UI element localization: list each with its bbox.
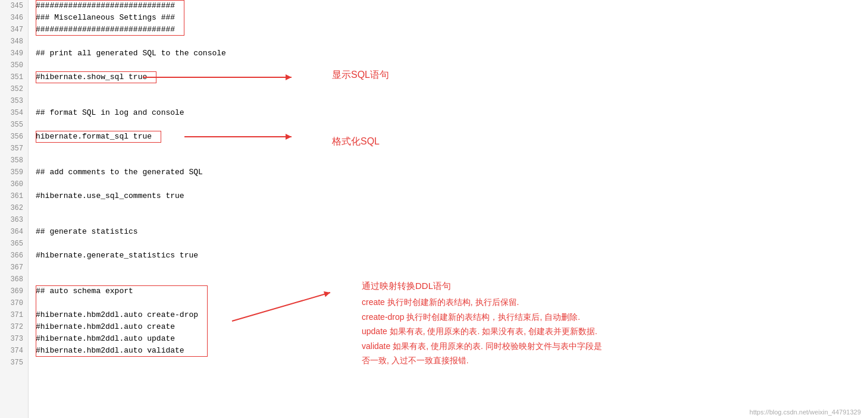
code-line — [36, 214, 868, 226]
line-number: 349 — [5, 48, 23, 59]
code-line: ### Miscellaneous Settings ### — [36, 12, 868, 24]
code-line — [36, 357, 868, 369]
code-line — [36, 119, 868, 131]
code-line — [36, 274, 868, 285]
code-line — [36, 202, 868, 214]
line-number: 374 — [5, 345, 23, 357]
line-number: 362 — [5, 202, 23, 214]
line-number: 352 — [5, 83, 23, 95]
line-number: 359 — [5, 166, 23, 178]
code-line: ############################## — [36, 24, 868, 36]
line-numbers: 3453463473483493503513523533543553563573… — [0, 0, 29, 418]
code-line — [36, 59, 868, 71]
line-number: 353 — [5, 95, 23, 107]
line-number: 366 — [5, 250, 23, 262]
code-line: #hibernate.hbm2ddl.auto create-drop — [36, 309, 868, 321]
code-line — [36, 143, 868, 155]
line-number: 356 — [5, 131, 23, 143]
code-line: ## format SQL in log and console — [36, 107, 868, 119]
line-number: 357 — [5, 143, 23, 155]
line-number: 358 — [5, 155, 23, 166]
code-area: ################################# Miscel… — [29, 0, 868, 418]
code-line: #hibernate.show_sql true — [36, 71, 868, 83]
line-number: 363 — [5, 214, 23, 226]
line-number: 365 — [5, 238, 23, 250]
code-line: ############################## — [36, 0, 868, 12]
code-line: ## print all generated SQL to the consol… — [36, 48, 868, 59]
code-line: #hibernate.hbm2ddl.auto update — [36, 333, 868, 345]
line-number: 368 — [5, 274, 23, 285]
editor-container: 3453463473483493503513523533543553563573… — [0, 0, 868, 418]
line-number: 348 — [5, 36, 23, 48]
line-number: 345 — [5, 0, 23, 12]
line-number: 372 — [5, 321, 23, 333]
code-line — [36, 36, 868, 48]
code-line: #hibernate.hbm2ddl.auto create — [36, 321, 868, 333]
line-number: 354 — [5, 107, 23, 119]
line-number: 361 — [5, 190, 23, 202]
line-number: 351 — [5, 71, 23, 83]
line-number: 355 — [5, 119, 23, 131]
line-number: 369 — [5, 285, 23, 297]
code-line — [36, 238, 868, 250]
code-line — [36, 83, 868, 95]
code-line — [36, 95, 868, 107]
code-line: hibernate.format_sql true — [36, 131, 868, 143]
code-line — [36, 297, 868, 309]
line-number: 375 — [5, 357, 23, 369]
watermark: https://blog.csdn.net/weixin_44791329 — [750, 408, 861, 416]
line-number: 371 — [5, 309, 23, 321]
line-number: 360 — [5, 178, 23, 190]
code-line: #hibernate.hbm2ddl.auto validate — [36, 345, 868, 357]
code-line: ## add comments to the generated SQL — [36, 166, 868, 178]
code-line: ## auto schema export — [36, 285, 868, 297]
line-number: 370 — [5, 297, 23, 309]
line-number: 367 — [5, 262, 23, 274]
code-line: ## generate statistics — [36, 226, 868, 238]
code-line — [36, 178, 868, 190]
code-line — [36, 155, 868, 166]
line-number: 346 — [5, 12, 23, 24]
line-number: 350 — [5, 59, 23, 71]
line-number: 347 — [5, 24, 23, 36]
code-line: #hibernate.generate_statistics true — [36, 250, 868, 262]
code-line: #hibernate.use_sql_comments true — [36, 190, 868, 202]
line-number: 364 — [5, 226, 23, 238]
code-line — [36, 262, 868, 274]
line-number: 373 — [5, 333, 23, 345]
